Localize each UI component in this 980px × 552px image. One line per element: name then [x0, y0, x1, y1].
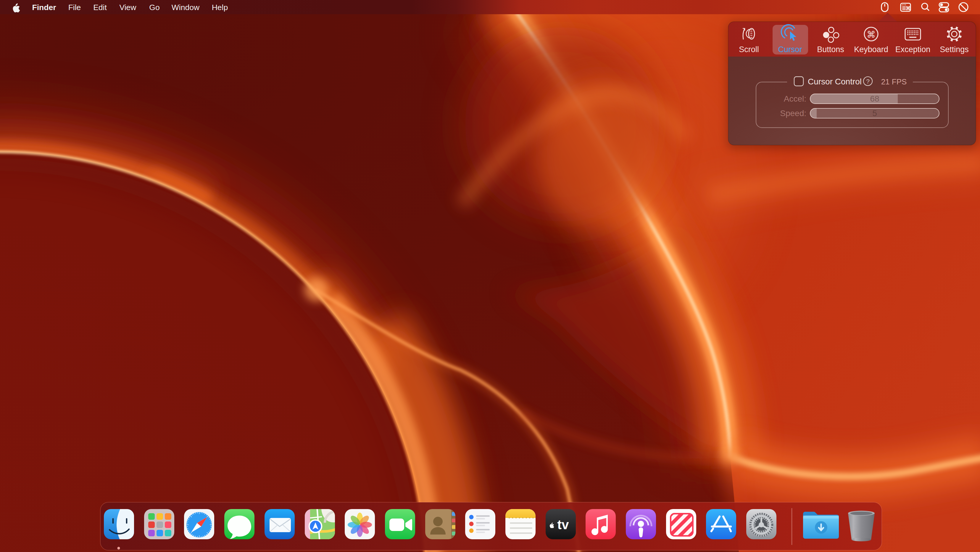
svg-text:Exception: Exception: [896, 45, 931, 54]
svg-text:Scroll: Scroll: [739, 45, 759, 54]
svg-text:Finder: Finder: [32, 3, 56, 12]
svg-text:21 FPS: 21 FPS: [881, 77, 907, 86]
svg-text:Speed:: Speed:: [780, 108, 806, 118]
svg-text:File: File: [68, 3, 81, 12]
svg-text:Edit: Edit: [93, 3, 107, 12]
svg-text:Settings: Settings: [940, 45, 969, 54]
svg-text:?: ?: [866, 78, 870, 85]
svg-text:Window: Window: [172, 3, 200, 12]
svg-text:Cursor Control: Cursor Control: [808, 77, 862, 86]
svg-text:5: 5: [872, 108, 877, 118]
svg-text:Cursor: Cursor: [778, 45, 802, 54]
svg-text:tv: tv: [557, 517, 569, 532]
svg-text:Buttons: Buttons: [817, 45, 844, 54]
svg-text:⌘: ⌘: [906, 6, 911, 11]
svg-text:⌘: ⌘: [867, 30, 875, 39]
svg-text:68: 68: [870, 94, 879, 103]
svg-text:Accel:: Accel:: [784, 94, 806, 103]
svg-text:Help: Help: [212, 3, 228, 12]
svg-text:Go: Go: [149, 3, 159, 12]
svg-text:View: View: [119, 3, 137, 12]
svg-text:Keyboard: Keyboard: [854, 45, 888, 54]
